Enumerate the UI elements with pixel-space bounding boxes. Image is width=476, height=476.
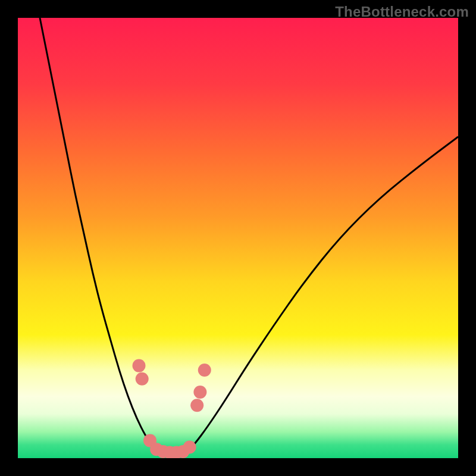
- bottleneck-chart: [0, 0, 476, 476]
- marker-dot: [133, 359, 146, 372]
- attribution-text: TheBottleneck.com: [335, 4, 469, 20]
- marker-dot: [183, 441, 196, 454]
- marker-dot: [136, 372, 149, 386]
- gradient-background: [18, 18, 458, 458]
- marker-dot: [190, 399, 203, 412]
- marker-dot: [198, 364, 211, 377]
- marker-dot: [193, 386, 206, 399]
- chart-frame: TheBottleneck.com: [0, 0, 476, 476]
